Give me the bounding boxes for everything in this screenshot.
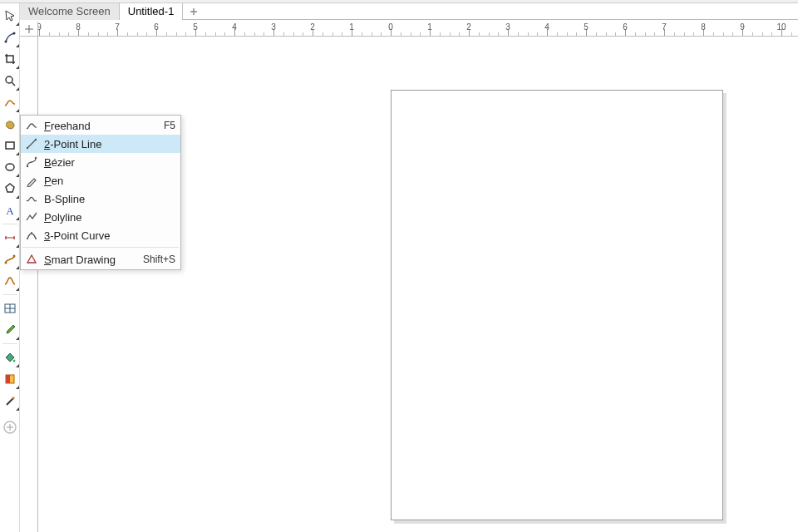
smear-tool[interactable] xyxy=(2,115,18,133)
svg-point-0 xyxy=(4,41,7,43)
outline-tool[interactable] xyxy=(2,392,18,410)
ruler-origin[interactable] xyxy=(20,22,38,37)
crop-tool[interactable] xyxy=(2,50,18,68)
svg-rect-3 xyxy=(6,142,14,149)
rectangle-tool[interactable] xyxy=(2,136,18,155)
flyout-item-label: 3-Point Curve xyxy=(44,229,175,242)
dimension-tool[interactable] xyxy=(2,229,18,247)
polygon-tool[interactable] xyxy=(2,180,18,198)
svg-point-9 xyxy=(12,360,15,362)
add-tool-button[interactable] xyxy=(2,418,18,436)
flyout-indicator-icon xyxy=(16,386,19,389)
flyout-item-label: Bézier xyxy=(44,156,175,169)
document-tabs: Welcome ScreenUntitled-1 xyxy=(20,3,798,20)
ruler-tick-label: 4 xyxy=(232,22,237,32)
svg-text:A: A xyxy=(6,204,14,217)
table-tool[interactable] xyxy=(2,299,18,318)
ruler-tick-label: 3 xyxy=(505,22,510,32)
flyout-indicator-icon xyxy=(16,288,19,291)
connector-tool[interactable] xyxy=(2,250,18,268)
effects-tool[interactable] xyxy=(2,272,18,290)
ruler-tick-label: 8 xyxy=(701,22,706,32)
bezier-icon xyxy=(24,155,39,170)
flyout-indicator-icon xyxy=(16,217,19,220)
flyout-item-label: Smart Drawing xyxy=(44,254,136,266)
ellipse-tool[interactable] xyxy=(2,158,18,176)
table-tool-icon xyxy=(3,302,17,315)
new-tab-button[interactable] xyxy=(186,4,201,19)
freehand-icon xyxy=(24,118,39,133)
smart-drawing-icon xyxy=(24,252,39,267)
flyout-indicator-icon xyxy=(16,407,19,411)
shape-edit-tool[interactable] xyxy=(2,28,18,47)
shape-edit-tool-icon xyxy=(3,31,17,44)
ruler-tick-label: 7 xyxy=(662,22,667,32)
three-point-curve-icon xyxy=(24,228,39,243)
flyout-item-b-spline[interactable]: B-Spline xyxy=(21,190,180,208)
ruler-tick-label: 1 xyxy=(427,22,432,32)
svg-point-2 xyxy=(6,76,12,83)
flyout-item-pen[interactable]: Pen xyxy=(21,171,180,190)
flyout-item-bezier[interactable]: Bézier xyxy=(21,153,180,171)
svg-point-18 xyxy=(31,232,32,234)
flyout-item-smart-drawing[interactable]: Smart DrawingShift+S xyxy=(21,250,180,268)
crop-tool-icon xyxy=(3,52,17,66)
flyout-indicator-icon xyxy=(16,66,19,69)
flyout-indicator-icon xyxy=(16,337,19,340)
outline-tool-icon xyxy=(3,394,17,407)
flyout-item-freehand[interactable]: FreehandF5 xyxy=(21,116,180,135)
pick-tool-icon xyxy=(3,9,17,22)
interactive-fill-tool-icon xyxy=(3,372,17,386)
svg-point-17 xyxy=(27,238,28,239)
svg-point-6 xyxy=(4,262,7,264)
ruler-tick-label: 8 xyxy=(76,22,81,32)
tab-welcome-screen[interactable]: Welcome Screen xyxy=(20,3,120,20)
fill-tool-icon xyxy=(3,351,17,364)
text-tool[interactable]: A xyxy=(2,201,18,219)
curve-tools-flyout: FreehandF52-Point LineBézierPenB-SplineP… xyxy=(20,115,181,270)
freehand-tool-icon xyxy=(3,96,17,109)
crosshair-icon xyxy=(25,25,33,33)
flyout-indicator-icon xyxy=(16,266,19,269)
svg-point-7 xyxy=(12,255,15,258)
svg-point-19 xyxy=(35,238,37,239)
svg-point-15 xyxy=(27,165,28,167)
page[interactable] xyxy=(391,90,723,520)
svg-point-14 xyxy=(35,139,37,140)
ruler-tick-label: 2 xyxy=(310,22,315,32)
flyout-indicator-icon xyxy=(16,87,19,91)
polyline-icon xyxy=(24,209,39,224)
svg-point-16 xyxy=(35,157,37,159)
ruler-horizontal[interactable]: 987654321012345678910 xyxy=(38,22,798,37)
svg-point-1 xyxy=(12,32,15,35)
toolbox: A xyxy=(0,3,20,532)
svg-point-4 xyxy=(6,164,14,170)
tab-untitled-1[interactable]: Untitled-1 xyxy=(120,3,184,20)
ruler-tick-label: 6 xyxy=(154,22,159,32)
b-spline-icon xyxy=(24,191,39,206)
eyedropper-tool[interactable] xyxy=(2,321,18,339)
pick-tool[interactable] xyxy=(2,7,18,25)
ruler-tick-label: 0 xyxy=(388,22,393,32)
flyout-item-polyline[interactable]: Polyline xyxy=(21,208,180,226)
svg-rect-11 xyxy=(6,375,10,383)
flyout-item-three-point-curve[interactable]: 3-Point Curve xyxy=(21,226,180,244)
ruler-tick-label: 1 xyxy=(349,22,354,32)
ruler-vertical[interactable] xyxy=(20,37,38,532)
flyout-item-shortcut: F5 xyxy=(164,120,175,131)
flyout-item-two-point-line[interactable]: 2-Point Line xyxy=(21,135,180,153)
canvas[interactable] xyxy=(38,37,798,532)
flyout-item-label: Pen xyxy=(44,175,175,187)
eyedropper-tool-icon xyxy=(3,323,17,337)
flyout-indicator-icon xyxy=(16,364,19,367)
ruler-tick-label: 9 xyxy=(740,22,745,32)
ruler-tick-label: 3 xyxy=(271,22,276,32)
plus-circle-icon xyxy=(3,421,17,434)
polygon-tool-icon xyxy=(3,182,17,195)
flyout-item-label: Freehand xyxy=(44,120,157,132)
ellipse-tool-icon xyxy=(3,160,17,174)
interactive-fill-tool[interactable] xyxy=(2,370,18,388)
fill-tool[interactable] xyxy=(2,348,18,367)
freehand-tool[interactable] xyxy=(2,93,18,111)
zoom-tool[interactable] xyxy=(2,71,18,90)
